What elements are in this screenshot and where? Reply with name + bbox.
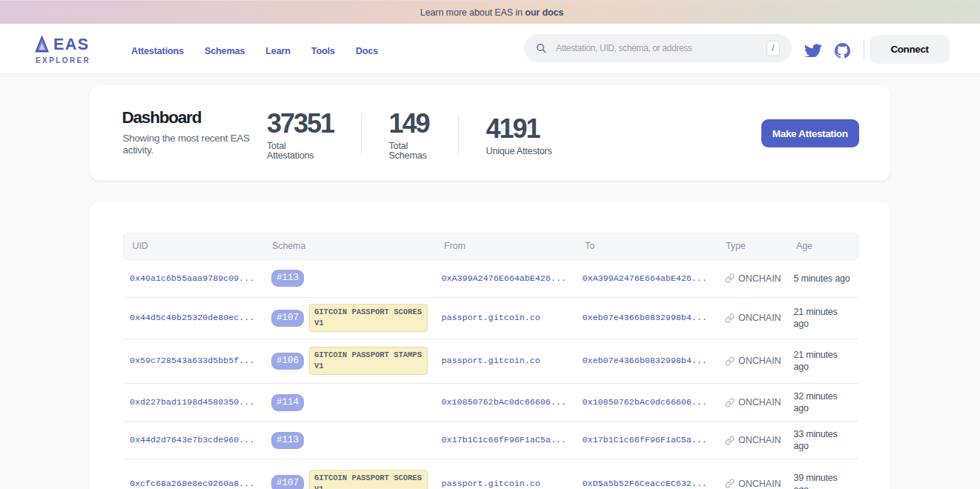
svg-text:EAS: EAS <box>53 36 89 53</box>
